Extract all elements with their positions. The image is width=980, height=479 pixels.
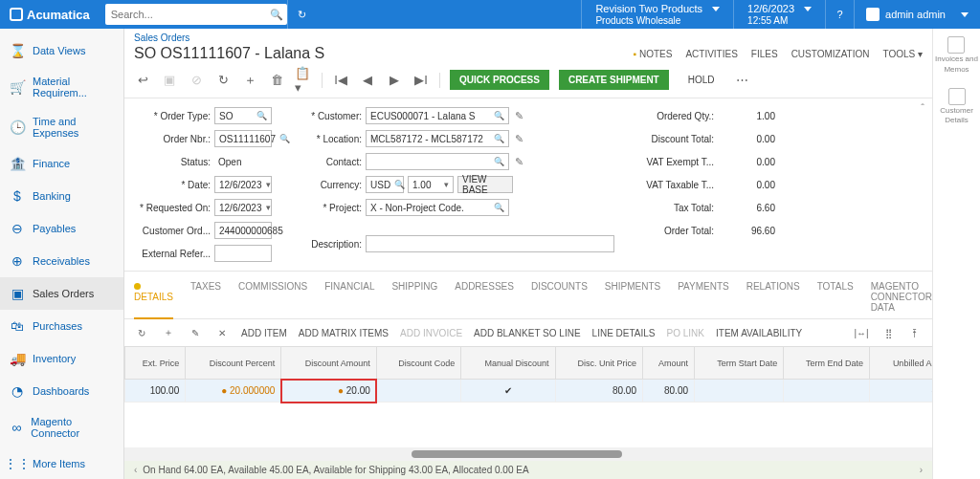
customer-details-link[interactable]: Customer Details <box>940 88 973 126</box>
tab-addresses[interactable]: ADDRESSES <box>455 281 514 313</box>
pencil-icon[interactable]: ✎ <box>515 156 523 168</box>
more-icon[interactable]: ⋯ <box>734 72 751 89</box>
next-icon[interactable]: ▶ <box>386 72 403 89</box>
sidebar-item-time-and-expenses[interactable]: 🕒Time and Expenses <box>0 107 123 147</box>
last-icon[interactable]: ▶I <box>412 72 430 89</box>
tab-discounts[interactable]: DISCOUNTS <box>531 281 588 313</box>
column-header[interactable]: Ext. Price <box>125 347 186 380</box>
column-header[interactable]: Discount Amount <box>281 347 376 380</box>
sidebar-item-purchases[interactable]: 🛍Purchases <box>0 310 123 342</box>
tab-relations[interactable]: RELATIONS <box>746 281 800 313</box>
tab-financial[interactable]: FINANCIAL <box>324 281 374 313</box>
column-header[interactable]: Unbilled Amount <box>870 347 933 380</box>
cell-amount[interactable]: 80.00 <box>642 380 694 403</box>
create-shipment-button[interactable]: CREATE SHIPMENT <box>559 70 669 90</box>
description-field[interactable] <box>366 235 614 252</box>
sidebar-item-more-items[interactable]: ⋮⋮More Items <box>0 447 123 479</box>
add-blanket-button[interactable]: ADD BLANKET SO LINE <box>474 328 581 338</box>
grid-add-icon[interactable]: ＋ <box>161 325 176 340</box>
cell-disc-unit-price[interactable]: 80.00 <box>555 380 642 403</box>
tab-shipping[interactable]: SHIPPING <box>391 281 437 313</box>
tab-commissions[interactable]: COMMISSIONS <box>238 281 307 313</box>
cell-ext-price[interactable]: 100.00 <box>125 380 186 403</box>
search-input[interactable] <box>105 9 266 20</box>
cell-unbilled-amount[interactable]: 80.00 <box>870 380 933 403</box>
customer-field[interactable]: ECUS000071 - Lalana S🔍 <box>366 107 509 124</box>
back-icon[interactable]: ↩ <box>134 72 151 89</box>
column-header[interactable]: Discount Code <box>376 347 460 380</box>
sidebar-item-payables[interactable]: ⊖Payables <box>0 212 123 245</box>
sidebar-item-data-views[interactable]: ⌛Data Views <box>0 34 123 67</box>
currency-field[interactable]: USD🔍 <box>366 176 404 193</box>
files-button[interactable]: FILES <box>751 49 778 59</box>
currency-rate-field[interactable]: 1.00▾ <box>408 176 454 193</box>
tab-payments[interactable]: PAYMENTS <box>678 281 729 313</box>
quick-process-button[interactable]: QUICK PROCESS <box>450 70 549 90</box>
horizontal-scrollbar[interactable] <box>124 447 932 461</box>
chevron-right-icon[interactable]: › <box>920 465 923 475</box>
sidebar-item-magento-connector[interactable]: ∞Magento Connector <box>0 407 123 447</box>
project-field[interactable]: X - Non-Project Code.🔍 <box>366 199 509 216</box>
column-header[interactable]: Term Start Date <box>695 347 784 380</box>
sidebar-item-finance[interactable]: 🏦Finance <box>0 147 123 180</box>
cell-term-start[interactable] <box>695 380 784 403</box>
column-header[interactable]: Amount <box>642 347 694 380</box>
sidebar-item-material-requirem-[interactable]: 🛒Material Requirem... <box>0 67 123 107</box>
prev-icon[interactable]: ◀ <box>359 72 376 89</box>
view-base-button[interactable]: VIEW BASE <box>457 176 513 193</box>
item-availability-button[interactable]: ITEM AVAILABILITY <box>716 328 802 338</box>
sidebar-item-receivables[interactable]: ⊕Receivables <box>0 245 123 277</box>
order-nbr-field[interactable]: OS11111607🔍 <box>214 130 272 147</box>
order-type-field[interactable]: SO🔍 <box>214 107 272 124</box>
tab-magento-connector-data[interactable]: MAGENTO CONNECTOR DATA <box>871 281 932 313</box>
tab-details[interactable]: DETAILS <box>134 281 173 313</box>
help-icon[interactable]: ? <box>825 0 854 29</box>
tab-taxes[interactable]: TAXES <box>190 281 221 313</box>
column-header[interactable]: Term End Date <box>784 347 870 380</box>
clipboard-icon[interactable]: 📋▾ <box>295 72 312 89</box>
user-menu[interactable]: admin admin <box>854 0 980 29</box>
table-row[interactable]: 100.00 ● 20.000000 ● 20.00 ✔ 80.00 80.00… <box>125 380 933 403</box>
column-config-icon[interactable]: |↔| <box>854 325 869 340</box>
contact-field[interactable]: 🔍 <box>366 153 509 170</box>
scrollbar-thumb[interactable] <box>412 450 622 458</box>
cell-term-end[interactable] <box>784 380 870 403</box>
refresh-icon[interactable]: ↻ <box>214 72 232 89</box>
tenant-selector[interactable]: Revision Two Products Products Wholesale <box>581 0 733 29</box>
customization-button[interactable]: CUSTOMIZATION <box>791 49 870 59</box>
add-matrix-button[interactable]: ADD MATRIX ITEMS <box>299 328 389 338</box>
delete-icon[interactable]: 🗑 <box>268 72 285 89</box>
add-icon[interactable]: ＋ <box>241 72 258 89</box>
cell-manual-discount[interactable]: ✔ <box>461 380 555 403</box>
hold-button[interactable]: HOLD <box>679 70 724 90</box>
cell-discount-amount[interactable]: ● 20.00 <box>281 380 376 403</box>
brand-logo[interactable]: Acumatica <box>0 8 100 22</box>
customer-order-field[interactable]: 244000000685 <box>214 222 272 239</box>
sidebar-item-dashboards[interactable]: ◔Dashboards <box>0 375 123 407</box>
column-header[interactable]: Manual Discount <box>461 347 555 380</box>
grid-refresh-icon[interactable]: ↻ <box>134 325 149 340</box>
column-header[interactable]: Disc. Unit Price <box>555 347 642 380</box>
grid-delete-icon[interactable]: ✕ <box>214 325 230 340</box>
upload-icon[interactable]: ⭱ <box>907 325 923 340</box>
tab-shipments[interactable]: SHIPMENTS <box>605 281 660 313</box>
first-icon[interactable]: I◀ <box>332 72 349 89</box>
add-item-button[interactable]: ADD ITEM <box>241 328 287 338</box>
cancel-icon[interactable]: ⊘ <box>188 72 205 89</box>
breadcrumb[interactable]: Sales Orders <box>124 29 932 43</box>
tools-button[interactable]: TOOLS ▾ <box>883 49 924 59</box>
save-icon[interactable]: ▣ <box>161 72 178 89</box>
sidebar-item-inventory[interactable]: 🚚Inventory <box>0 342 123 375</box>
location-field[interactable]: MCL587172 - MCL587172🔍 <box>366 130 509 147</box>
activities-button[interactable]: ACTIVITIES <box>685 49 737 59</box>
sidebar-item-sales-orders[interactable]: ▣Sales Orders <box>0 277 123 310</box>
search-icon[interactable]: 🔍 <box>266 0 287 29</box>
refresh-icon[interactable]: ↻ <box>287 0 316 29</box>
column-header[interactable]: Discount Percent <box>186 347 281 380</box>
export-icon[interactable]: ⣿ <box>880 325 896 340</box>
cell-discount-percent[interactable]: ● 20.000000 <box>186 380 281 403</box>
line-details-button[interactable]: LINE DETAILS <box>592 328 656 338</box>
date-time[interactable]: 12/6/2023 12:55 AM <box>733 0 825 29</box>
chevron-left-icon[interactable]: ‹ <box>134 465 137 475</box>
tab-totals[interactable]: TOTALS <box>817 281 854 313</box>
